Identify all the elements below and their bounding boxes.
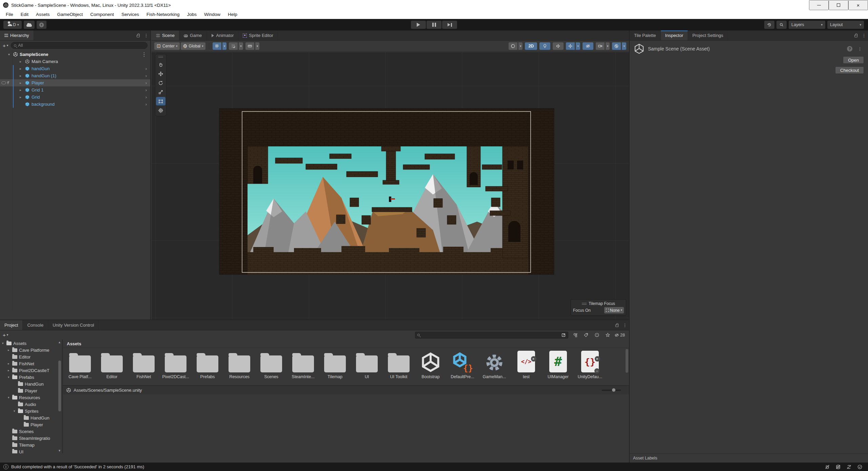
menu-item[interactable]: GameObject <box>54 10 87 19</box>
foldout-icon[interactable] <box>2 342 6 345</box>
foldout-icon[interactable]: ▸ <box>20 81 23 85</box>
folder-tree-row[interactable]: Scenes <box>0 428 62 435</box>
visibility-eye-icon[interactable] <box>1 81 6 84</box>
snap-settings-dropdown[interactable]: ▾ <box>239 42 243 50</box>
checkout-button[interactable]: Checkout <box>835 66 864 74</box>
lock-icon[interactable] <box>852 30 860 40</box>
overlay-grip-icon[interactable] <box>158 56 163 59</box>
cloud-button[interactable] <box>24 21 35 29</box>
scene-view-tab[interactable]: Animator <box>206 30 238 40</box>
scale-tool-button[interactable] <box>156 88 165 96</box>
prefab-chevron-icon[interactable]: › <box>145 102 147 107</box>
scene-lighting-button[interactable] <box>539 42 550 50</box>
folder-tree-row[interactable]: Assets <box>0 340 62 347</box>
overlay-drag-handle[interactable] <box>582 303 587 305</box>
effects-button[interactable] <box>566 42 575 50</box>
move-tool-button[interactable] <box>156 69 165 78</box>
hidden-objects-button[interactable] <box>583 42 593 50</box>
hierarchy-row[interactable]: ▸ Main Camera › <box>0 58 150 65</box>
auto-refresh-disabled-icon[interactable] <box>846 464 852 470</box>
version-control-button[interactable] <box>37 21 46 29</box>
asset-item[interactable]: {} UI <box>351 351 383 379</box>
scene-viewport[interactable]: Tilemap Focus Focus On None ▾ <box>152 52 629 320</box>
foldout-icon[interactable] <box>8 375 12 379</box>
foldout-icon[interactable] <box>8 362 12 365</box>
folder-tree-row[interactable]: Sprites <box>0 408 62 414</box>
foldout-icon[interactable] <box>8 369 12 372</box>
menu-item[interactable]: Window <box>200 10 224 19</box>
layers-dropdown[interactable]: Layers▾ <box>789 21 825 29</box>
gizmos-dropdown[interactable]: ▾ <box>622 42 626 50</box>
folder-tree-row[interactable]: Cave Platforme <box>0 347 62 353</box>
scene-view-tab[interactable]: Sprite Editor <box>238 30 278 40</box>
asset-item[interactable]: {} UIManager <box>542 351 574 379</box>
foldout-icon[interactable]: ▸ <box>20 88 23 92</box>
project-tab[interactable]: Console <box>23 320 48 330</box>
hierarchy-search[interactable] <box>11 42 147 49</box>
lock-icon[interactable] <box>613 320 621 330</box>
folder-tree-row[interactable]: Audio <box>0 401 62 408</box>
project-search[interactable] <box>415 332 568 339</box>
draw-mode-dropdown[interactable]: ▾ <box>518 42 523 50</box>
help-icon[interactable]: ? <box>847 46 852 52</box>
lock-icon[interactable] <box>134 30 142 40</box>
menu-item[interactable]: Component <box>86 10 118 19</box>
2d-mode-button[interactable]: 2D <box>525 42 537 50</box>
prefab-chevron-icon[interactable]: › <box>145 87 147 93</box>
minimize-button[interactable] <box>809 0 829 10</box>
add-gameobject-button[interactable]: + ▾ <box>3 43 8 48</box>
maximize-button[interactable] <box>829 0 848 10</box>
draw-mode-button[interactable] <box>509 42 517 50</box>
hierarchy-row[interactable]: ▸ handGun › <box>0 65 150 72</box>
info-icon[interactable]: i <box>3 464 8 469</box>
menu-item[interactable]: Services <box>118 10 143 19</box>
scene-view-tab[interactable]: Game <box>179 30 206 40</box>
folder-tree-row[interactable]: FishNet <box>0 360 62 367</box>
menu-item[interactable]: Help <box>224 10 241 19</box>
hidden-assets-count[interactable]: 28 <box>614 333 625 337</box>
foldout-icon[interactable] <box>8 348 12 352</box>
effects-dropdown[interactable]: ▾ <box>576 42 580 50</box>
prefab-chevron-icon[interactable]: › <box>145 73 147 78</box>
tab-hierarchy[interactable]: Hierarchy <box>0 30 34 40</box>
asset-item[interactable]: {} Prefabs <box>192 351 223 379</box>
folder-tree-row[interactable]: UI <box>0 448 62 453</box>
camera-settings-dropdown[interactable]: ▾ <box>606 42 610 50</box>
folder-tree-row[interactable]: Tilemap <box>0 442 62 448</box>
foldout-open-icon[interactable]: ▾ <box>8 53 10 56</box>
foldout-icon[interactable]: ▸ <box>20 74 23 78</box>
folder-tree-row[interactable]: HandGun <box>0 381 62 387</box>
close-button[interactable]: × <box>848 0 868 10</box>
asset-item[interactable]: {} FishNet <box>128 351 160 379</box>
layout-dropdown[interactable]: Layout▾ <box>827 21 864 29</box>
asset-item[interactable]: {} UnityDefau... <box>574 351 606 379</box>
hierarchy-row[interactable]: ▸ Grid 1 › <box>0 86 150 94</box>
prefab-chevron-icon[interactable]: › <box>145 80 147 85</box>
folder-tree-row[interactable]: Pixel2DCastleT <box>0 367 62 374</box>
view-tool-button[interactable] <box>156 60 165 69</box>
inspector-tab[interactable]: Tile Palette <box>630 30 661 40</box>
account-button[interactable]: D ▾ <box>3 21 22 29</box>
project-tab[interactable]: Unity Version Control <box>48 320 99 330</box>
scene-view-tab[interactable]: Scene <box>152 30 179 40</box>
project-search-input[interactable] <box>422 333 559 337</box>
asset-menu-icon[interactable]: ⋮ <box>856 46 864 52</box>
audio-mute-button[interactable] <box>553 42 564 50</box>
foldout-icon[interactable]: ▸ <box>20 60 23 63</box>
focus-on-dropdown[interactable]: None ▾ <box>604 307 624 313</box>
asset-item[interactable]: {} Scenes <box>255 351 287 379</box>
inspector-tab[interactable]: Inspector <box>661 30 688 40</box>
asset-item[interactable]: {} SteamInte... <box>287 351 319 379</box>
asset-item[interactable]: {} Pixel2DCast... <box>160 351 192 379</box>
foldout-icon[interactable] <box>14 409 18 413</box>
asset-item[interactable]: {} Tilemap <box>319 351 351 379</box>
folder-tree-row[interactable]: SteamIntegratio <box>0 435 62 442</box>
asset-item[interactable]: {} Bootstrap <box>415 351 447 379</box>
scroll-down-arrow[interactable]: ▼ <box>58 449 61 452</box>
step-button[interactable] <box>442 21 457 29</box>
asset-item[interactable]: {} Cave Platf... <box>64 351 96 379</box>
panel-menu-icon[interactable]: ⋮ <box>621 320 629 330</box>
asset-item[interactable]: {} DefaultPre... <box>447 351 478 379</box>
menu-item[interactable]: File <box>2 10 17 19</box>
asset-item[interactable]: {} GameMan... <box>478 351 510 379</box>
